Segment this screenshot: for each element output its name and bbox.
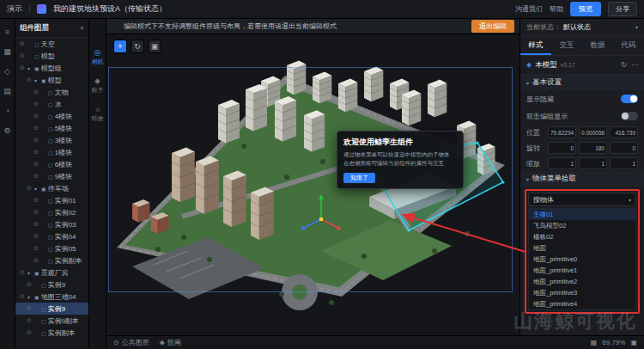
layer-tree-item[interactable]: ⊙▢实例副本 (15, 254, 88, 266)
layer-tree-item[interactable]: ⊙▢实例副本 (15, 327, 88, 339)
visibility-eye-icon[interactable]: ⊙ (26, 329, 33, 336)
缩放-y-input[interactable] (579, 157, 607, 169)
visibility-eye-icon[interactable]: ⊙ (33, 149, 39, 156)
caret-down-icon[interactable]: ▾ (27, 65, 33, 71)
layer-tree-item[interactable]: ⊙▢实例9 (15, 279, 88, 291)
pick-list-item[interactable]: 地面_primitive1 (529, 265, 635, 276)
zoom-level[interactable]: 69.79% (602, 339, 625, 346)
help-link[interactable]: 帮助 (550, 4, 563, 14)
contact-link[interactable]: 沟通我们 (515, 4, 543, 14)
pick-list-item[interactable]: 地面_primitive0 (529, 254, 635, 265)
add-layer-icon[interactable]: + (80, 24, 84, 33)
visibility-eye-icon[interactable]: ⊙ (19, 40, 26, 47)
refresh-icon[interactable]: ↻ (621, 61, 627, 69)
layer-tree-item[interactable]: ⊙▢文物 (15, 86, 88, 98)
visibility-eye-icon[interactable]: ⊙ (33, 89, 39, 95)
shared-layer-toggle[interactable]: ⊙ 公共图层 (113, 338, 149, 347)
visibility-eye-icon[interactable]: ⊙ (33, 221, 39, 228)
位置-y-input[interactable] (579, 126, 607, 138)
tab-样式[interactable]: 样式 (520, 36, 551, 55)
tab-代码[interactable]: 代码 (613, 36, 644, 55)
chevron-down-icon[interactable]: ▾ (635, 24, 638, 30)
pick-list-item[interactable]: 楼栋02 (529, 231, 635, 242)
layer-tree-item[interactable]: ⊙▾▣景观厂房 (15, 266, 88, 279)
viewport-3d[interactable]: +↻▣ 欢迎使用鲸孪生组件 通过物体菜单可以快速选中模型内的子物体在右侧面板可编… (106, 34, 519, 335)
layer-tree-item[interactable]: ⊙▢实例01 (15, 194, 88, 206)
share-button[interactable]: 分享 (608, 2, 637, 16)
layer-tree-item[interactable]: ⊙▢实例9副本 (15, 315, 88, 327)
layer-tree-item[interactable]: ⊙▢实例02 (15, 206, 88, 218)
caret-down-icon[interactable]: ▾ (27, 270, 33, 276)
more-icon[interactable]: ⋯ (631, 61, 638, 69)
位置-z-input[interactable] (610, 126, 638, 138)
缩放-z-input[interactable] (610, 157, 638, 169)
visibility-eye-icon[interactable]: ⊙ (26, 305, 33, 312)
layer-tree-item[interactable]: ⊙▾▣模型 (15, 74, 88, 86)
visibility-eye-icon[interactable]: ⊙ (19, 269, 26, 276)
visibility-eye-icon[interactable]: ⊙ (33, 197, 39, 204)
caret-down-icon[interactable]: ▾ (27, 294, 33, 300)
compass-control[interactable]: ◈ 指南 (160, 338, 181, 347)
visibility-eye-icon[interactable]: ⊙ (26, 281, 33, 288)
move-tool[interactable]: + (113, 40, 127, 53)
rotate-tool[interactable]: ↻ (131, 40, 144, 53)
frame-tool[interactable]: ▣ (148, 40, 161, 53)
visibility-eye-icon[interactable]: ⊙ (33, 209, 39, 216)
layer-tree-item[interactable]: ⊙▢3楼块 (15, 134, 88, 146)
chart-icon[interactable]: ◔ (2, 105, 14, 117)
旋转-x-input[interactable] (548, 142, 576, 154)
visibility-eye-icon[interactable]: ⊙ (33, 245, 39, 252)
visibility-eye-icon[interactable]: ⊙ (33, 161, 39, 168)
layer-tree-item[interactable]: ⊙▢实例05 (15, 242, 88, 254)
layer-tree-item[interactable]: ⊙▢模型 (15, 50, 88, 62)
visibility-eye-icon[interactable]: ⊙ (19, 64, 26, 71)
menu-icon[interactable]: ≡ (2, 26, 14, 38)
layer-tree-item[interactable]: ⊙▢6楼块 (15, 158, 88, 170)
visibility-eye-icon[interactable]: ⊙ (19, 293, 26, 300)
caret-down-icon[interactable]: ▾ (34, 77, 39, 83)
caret-down-icon[interactable]: ▾ (34, 186, 39, 192)
layer-tree-item[interactable]: ⊙▢实例04 (15, 230, 88, 242)
settings-icon[interactable]: ⚙ (2, 125, 14, 137)
layer-tree-item[interactable]: ⊙▢实例9 (15, 303, 88, 315)
tab-数据[interactable]: 数据 (582, 36, 613, 55)
layer-tree-item[interactable]: ⊙▾▣停车场 (15, 182, 88, 194)
layer-tree-item[interactable]: ⊙▢4楼块 (15, 110, 88, 122)
toggle-显示隐藏[interactable] (621, 95, 638, 103)
layer-tree-item[interactable]: ⊙▢9楼块 (15, 170, 88, 182)
visibility-eye-icon[interactable]: ⊙ (33, 113, 39, 119)
side-tab-camera[interactable]: ◎相机 (92, 48, 104, 66)
visibility-eye-icon[interactable]: ⊙ (26, 317, 33, 324)
旋转-y-input[interactable] (579, 142, 607, 154)
layer-tree-item[interactable]: ⊙▢5楼块 (15, 122, 88, 134)
tooltip-ok-button[interactable]: 知道了 (343, 173, 375, 183)
pick-list-item[interactable]: 地面_primitive4 (529, 298, 635, 309)
model-icon[interactable]: ◇ (2, 65, 14, 77)
pick-list-item[interactable]: 地面_primitive3 (529, 287, 635, 298)
side-tab-effect[interactable]: ☼特效 (92, 105, 104, 123)
layer-tree-item[interactable]: ⊙▢实例03 (15, 218, 88, 230)
visibility-eye-icon[interactable]: ⊙ (33, 257, 39, 264)
位置-x-input[interactable] (548, 126, 576, 138)
visibility-eye-icon[interactable]: ⊙ (26, 77, 33, 83)
exit-edit-button[interactable]: 退出编辑 (471, 20, 514, 33)
side-tab-particle[interactable]: ◈粒子 (92, 77, 104, 95)
preview-button[interactable]: 预览 (570, 2, 601, 16)
grid-icon[interactable]: ▦ (591, 339, 598, 346)
tab-交互[interactable]: 交互 (551, 36, 582, 55)
visibility-eye-icon[interactable]: ⊙ (33, 173, 39, 180)
pick-list-item[interactable]: 地面 (529, 242, 635, 254)
demo-menu[interactable]: 演示 (7, 3, 22, 15)
visibility-eye-icon[interactable]: ⊙ (33, 137, 39, 144)
pick-list-item[interactable]: 主楼01 (529, 209, 635, 220)
layer-tree-item[interactable]: ⊙▢1楼块 (15, 146, 88, 158)
visibility-eye-icon[interactable]: ⊙ (26, 185, 33, 192)
visibility-eye-icon[interactable]: ⊙ (33, 101, 39, 107)
basic-settings-header[interactable]: ▾ 基本设置 (520, 75, 644, 90)
asset-icon[interactable]: ▤ (2, 85, 14, 97)
旋转-z-input[interactable] (610, 142, 638, 154)
scene-icon[interactable]: ▦ (2, 46, 14, 58)
layer-tree-item[interactable]: ⊙▢水 (15, 98, 88, 110)
visibility-eye-icon[interactable]: ⊙ (33, 125, 39, 132)
pick-list-item[interactable]: 飞鸟模型02 (529, 220, 635, 231)
